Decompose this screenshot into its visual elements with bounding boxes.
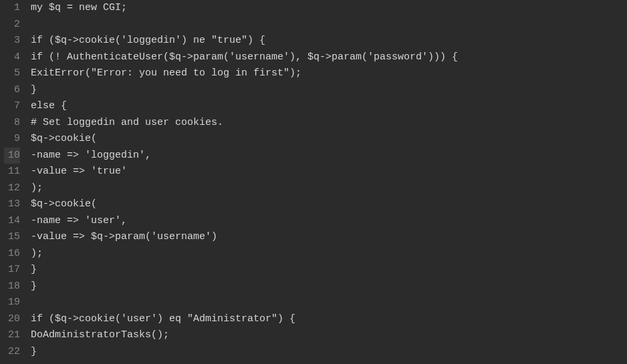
- code-line: my $q = new CGI;: [31, 0, 627, 17]
- line-number: 16: [4, 246, 20, 262]
- line-number: 14: [4, 213, 20, 230]
- code-line: );: [31, 246, 627, 262]
- code-line: }: [31, 262, 627, 279]
- line-number: 17: [4, 262, 20, 279]
- code-line: DoAdministratorTasks();: [31, 327, 627, 344]
- code-editor: 12345678910111213141516171819202122 my $…: [0, 0, 627, 364]
- code-line: else {: [31, 98, 627, 115]
- line-number: 12: [4, 180, 20, 197]
- line-number: 11: [4, 164, 20, 180]
- line-number: 15: [4, 229, 20, 246]
- code-line: if (! AuthenticateUser($q->param('userna…: [31, 49, 627, 66]
- line-number: 19: [4, 295, 20, 311]
- line-number: 4: [4, 49, 20, 66]
- code-line: if ($q->cookie('loggedin') ne "true") {: [31, 33, 627, 49]
- code-area[interactable]: my $q = new CGI;if ($q->cookie('loggedin…: [27, 0, 627, 364]
- code-line: }: [31, 82, 627, 99]
- line-number: 10: [4, 148, 20, 164]
- code-line: }: [31, 279, 627, 295]
- code-line: );: [31, 180, 627, 197]
- code-line: -value => $q->param('username'): [31, 229, 627, 246]
- line-number: 2: [4, 17, 20, 33]
- code-line: -name => 'loggedin',: [31, 148, 627, 164]
- code-line: if ($q->cookie('user') eq "Administrator…: [31, 311, 627, 328]
- line-number: 6: [4, 82, 20, 99]
- code-line: -name => 'user',: [31, 213, 627, 230]
- line-number-gutter: 12345678910111213141516171819202122: [0, 0, 27, 364]
- line-number: 1: [4, 0, 20, 17]
- line-number: 8: [4, 115, 20, 132]
- line-number: 9: [4, 131, 20, 148]
- line-number: 18: [4, 279, 20, 295]
- code-line: $q->cookie(: [31, 131, 627, 148]
- code-line: }: [31, 344, 627, 361]
- code-line: -value => 'true': [31, 164, 627, 180]
- code-line: [31, 17, 627, 33]
- code-line: [31, 295, 627, 311]
- line-number: 22: [4, 344, 20, 361]
- code-line: ExitError("Error: you need to log in fir…: [31, 65, 627, 82]
- line-number: 21: [4, 327, 20, 344]
- line-number: 20: [4, 311, 20, 328]
- line-number: 5: [4, 65, 20, 82]
- line-number: 3: [4, 33, 20, 49]
- line-number: 7: [4, 98, 20, 115]
- line-number: 13: [4, 196, 20, 213]
- code-line: $q->cookie(: [31, 196, 627, 213]
- code-line: # Set loggedin and user cookies.: [31, 115, 627, 132]
